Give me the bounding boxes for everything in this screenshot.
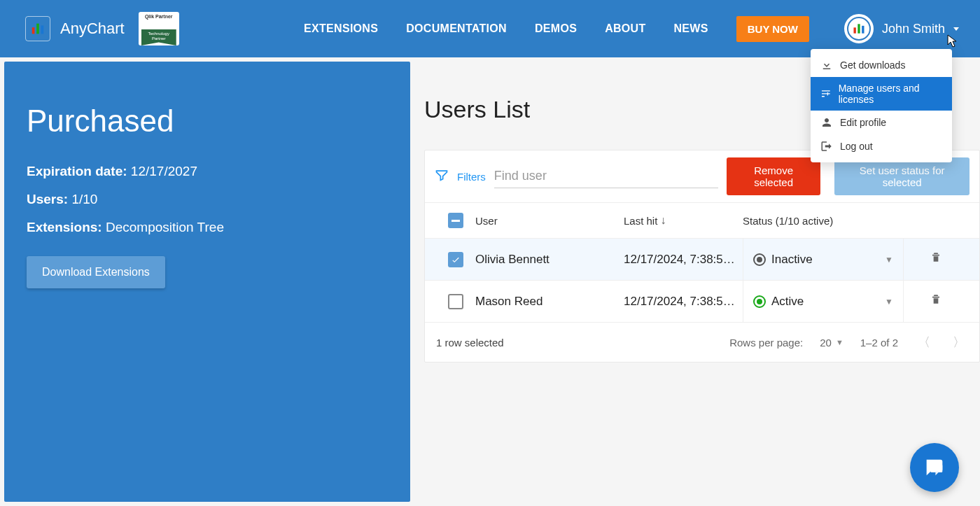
dropdown-get-downloads[interactable]: Get downloads: [811, 53, 952, 77]
dropdown-label: Get downloads: [840, 59, 905, 71]
users-table-card: Filters Remove selected Set user status …: [424, 150, 980, 363]
logout-icon: [820, 140, 833, 153]
chevron-down-icon: ▼: [836, 338, 844, 346]
header: AnyChart Qlik Partner Technology Partner…: [0, 0, 980, 57]
svg-rect-1: [36, 24, 39, 34]
svg-rect-4: [858, 24, 860, 33]
pager-selected-label: 1 row selected: [436, 337, 504, 349]
svg-rect-0: [32, 27, 35, 34]
logo-icon[interactable]: [25, 16, 50, 41]
select-all-checkbox[interactable]: [436, 213, 475, 228]
col-status-header[interactable]: Status (1/10 active): [743, 215, 904, 227]
user-dropdown: Get downloads Manage users and licenses …: [811, 49, 952, 162]
sort-down-icon: ↓: [660, 214, 666, 227]
row-status-select[interactable]: Active ▼: [743, 281, 904, 323]
row-status-select[interactable]: Inactive ▼: [743, 239, 904, 281]
user-name-label: John Smith: [882, 22, 945, 36]
sidebar-exp-row: Expiration date: 12/17/2027: [27, 164, 410, 179]
filters-label[interactable]: Filters: [457, 171, 486, 183]
user-menu-trigger[interactable]: John Smith: [844, 14, 959, 43]
partner-badge: Qlik Partner Technology Partner: [139, 12, 179, 45]
chevron-down-icon: ▼: [885, 255, 893, 265]
row-last-hit: 12/17/2024, 7:38:5…: [624, 253, 743, 267]
buy-now-button[interactable]: BUY NOW: [736, 16, 809, 42]
pager-rpp-label: Rows per page:: [729, 337, 803, 349]
row-delete-button[interactable]: [904, 251, 968, 268]
dropdown-manage-users[interactable]: Manage users and licenses: [811, 77, 952, 111]
sidebar-title: Purchased: [27, 104, 410, 139]
nav-about[interactable]: ABOUT: [605, 22, 645, 35]
pager-prev-button[interactable]: 〈: [915, 334, 933, 351]
tune-icon: [820, 87, 832, 100]
row-user-name: Mason Reed: [475, 295, 624, 309]
nav-news[interactable]: NEWS: [674, 22, 708, 35]
row-delete-button[interactable]: [904, 293, 968, 310]
remove-selected-button[interactable]: Remove selected: [727, 157, 820, 195]
dropdown-logout[interactable]: Log out: [811, 134, 952, 158]
nav-extensions[interactable]: EXTENSIONS: [304, 22, 378, 35]
dropdown-label: Log out: [840, 141, 873, 152]
dropdown-label: Edit profile: [840, 117, 886, 128]
download-icon: [820, 59, 833, 71]
download-extensions-button[interactable]: Download Extensions: [27, 256, 165, 288]
dropdown-label: Manage users and licenses: [839, 83, 942, 105]
col-lasthit-header[interactable]: Last hit ↓: [624, 214, 743, 227]
chevron-down-icon: ▼: [885, 297, 893, 307]
set-status-button[interactable]: Set user status for selected: [834, 157, 969, 195]
table-pager: 1 row selected Rows per page: 20 ▼ 1–2 o…: [425, 322, 979, 362]
row-checkbox[interactable]: [436, 252, 475, 267]
pager-rpp-select[interactable]: 20 ▼: [820, 337, 844, 349]
row-last-hit: 12/17/2024, 7:38:5…: [624, 295, 743, 309]
col-user-header[interactable]: User: [475, 215, 624, 227]
status-dot-icon: [753, 295, 766, 308]
dropdown-edit-profile[interactable]: Edit profile: [811, 111, 952, 134]
sidebar-ext-row: Extensions: Decomposition Tree: [27, 220, 410, 235]
row-checkbox[interactable]: [436, 294, 475, 309]
table-header: User Last hit ↓ Status (1/10 active): [425, 202, 979, 238]
table-row: Mason Reed 12/17/2024, 7:38:5… Active ▼: [425, 280, 979, 322]
sidebar: Purchased Expiration date: 12/17/2027 Us…: [4, 62, 410, 502]
person-icon: [820, 116, 833, 129]
nav-demos[interactable]: DEMOS: [535, 22, 577, 35]
sidebar-users-row: Users: 1/10: [27, 192, 410, 207]
pager-range: 1–2 of 2: [860, 337, 898, 349]
status-dot-icon: [753, 253, 766, 266]
find-user-input[interactable]: [494, 164, 718, 188]
pager-next-button[interactable]: 〉: [950, 334, 968, 351]
svg-rect-5: [862, 26, 864, 34]
partner-ribbon: Technology Partner: [141, 29, 176, 45]
nav-documentation[interactable]: DOCUMENTATION: [406, 22, 507, 35]
nav: EXTENSIONS DOCUMENTATION DEMOS ABOUT NEW…: [304, 14, 959, 43]
brand-name[interactable]: AnyChart: [60, 20, 125, 38]
svg-rect-2: [41, 25, 44, 34]
chat-fab-button[interactable]: [910, 443, 959, 492]
avatar: [844, 14, 874, 43]
filter-icon[interactable]: [435, 168, 449, 185]
row-user-name: Olivia Bennett: [475, 253, 624, 267]
table-row: Olivia Bennett 12/17/2024, 7:38:5… Inact…: [425, 238, 979, 280]
partner-top: Qlik Partner: [145, 14, 173, 19]
caret-down-icon: [953, 27, 959, 31]
svg-rect-3: [853, 27, 855, 33]
